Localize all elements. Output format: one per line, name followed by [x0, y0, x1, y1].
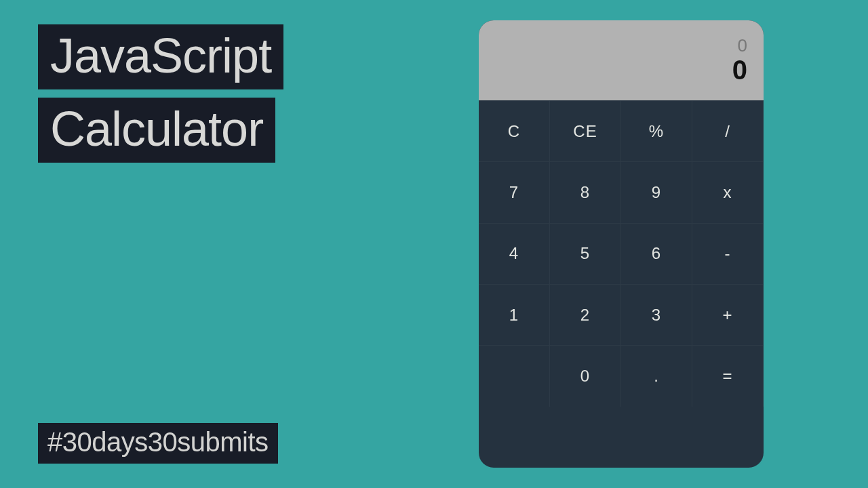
clear-key[interactable]: C [479, 100, 550, 161]
calculator: 0 0 CCE%/789x456-123+0.= [479, 20, 764, 468]
divide-key[interactable]: / [692, 100, 764, 161]
eight-key[interactable]: 8 [550, 161, 621, 222]
subtract-key[interactable]: - [692, 223, 764, 284]
zero-key[interactable]: 0 [550, 345, 621, 406]
calculator-display: 0 0 [479, 20, 764, 100]
title-line-2: Calculator [38, 98, 275, 163]
two-key[interactable]: 2 [550, 284, 621, 345]
decimal-key[interactable]: . [621, 345, 692, 406]
hashtag-group: #30days30submits [38, 423, 278, 464]
percent-key[interactable]: % [621, 100, 692, 161]
nine-key[interactable]: 9 [621, 161, 692, 222]
five-key[interactable]: 5 [550, 223, 621, 284]
blank-key [479, 345, 550, 406]
seven-key[interactable]: 7 [479, 161, 550, 222]
clear-entry-key[interactable]: CE [550, 100, 621, 161]
page-title-group: JavaScript Calculator [38, 24, 283, 171]
hashtag-label: #30days30submits [38, 423, 278, 464]
four-key[interactable]: 4 [479, 223, 550, 284]
calculator-keypad: CCE%/789x456-123+0.= [479, 100, 764, 468]
title-line-1: JavaScript [38, 24, 283, 89]
add-key[interactable]: + [692, 284, 764, 345]
three-key[interactable]: 3 [621, 284, 692, 345]
six-key[interactable]: 6 [621, 223, 692, 284]
display-current: 0 [732, 55, 747, 85]
one-key[interactable]: 1 [479, 284, 550, 345]
multiply-key[interactable]: x [692, 161, 764, 222]
equals-key[interactable]: = [692, 345, 764, 406]
display-previous: 0 [738, 36, 747, 56]
